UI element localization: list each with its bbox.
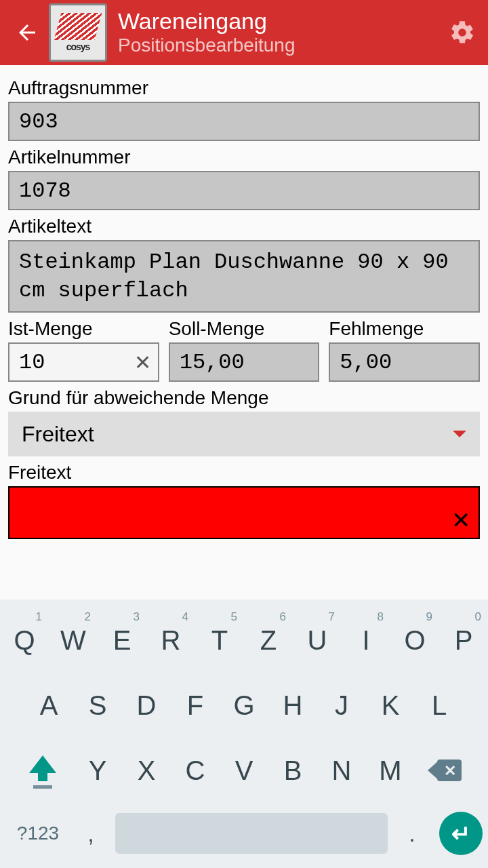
key-t[interactable]: T5	[195, 608, 244, 673]
grund-label: Grund für abweichende Menge	[8, 387, 480, 409]
gear-icon	[449, 19, 476, 46]
close-icon[interactable]: ✕	[451, 507, 470, 534]
key-e[interactable]: E3	[98, 608, 146, 673]
key-p[interactable]: P0	[439, 608, 488, 673]
key-l[interactable]: L	[415, 673, 464, 738]
freitext-label: Freitext	[8, 462, 480, 484]
soll-menge-value: 15,00	[180, 350, 245, 375]
shift-key[interactable]	[12, 738, 73, 803]
key-hint: 7	[329, 610, 335, 624]
form-content: Auftragsnummer 903 Artikelnummer 1078 Ar…	[0, 65, 488, 546]
keyboard-row-3: YXCVBNM ✕	[0, 738, 488, 803]
key-d[interactable]: D	[122, 673, 171, 738]
backspace-icon: ✕	[429, 758, 462, 783]
key-m[interactable]: M	[366, 738, 415, 803]
artikeltext-field[interactable]: Steinkamp Plan Duschwanne 90 x 90 cm sup…	[8, 240, 480, 313]
header-titles: Wareneingang Positionsbearbeitung	[118, 9, 447, 57]
ist-menge-value: 10	[19, 350, 45, 375]
key-n[interactable]: N	[317, 738, 366, 803]
logo-text: cosys	[66, 41, 90, 52]
key-g[interactable]: G	[220, 673, 268, 738]
key-y[interactable]: Y	[73, 738, 122, 803]
enter-icon: ↵	[451, 820, 470, 847]
fehlmenge-value: 5,00	[340, 350, 392, 375]
artikeltext-label: Artikeltext	[8, 216, 480, 237]
keyboard-row-4: ?123 , . ↵	[0, 803, 488, 868]
key-b[interactable]: B	[268, 738, 317, 803]
logo-stripes-icon	[54, 13, 102, 40]
key-h[interactable]: H	[268, 673, 317, 738]
keyboard-row-1: Q1W2E3R4T5Z6U7I8O9P0	[0, 608, 488, 673]
keyboard-row-2: ASDFGHJKL	[0, 673, 488, 738]
key-hint: 0	[475, 610, 481, 624]
grund-dropdown[interactable]: Freitext	[8, 412, 480, 456]
ist-menge-field[interactable]: 10 ✕	[8, 342, 159, 382]
artikelnummer-value: 1078	[19, 178, 71, 203]
page-subtitle: Positionsbearbeitung	[118, 34, 447, 57]
settings-button[interactable]	[447, 18, 477, 47]
key-q[interactable]: Q1	[0, 608, 49, 673]
key-hint: 1	[36, 610, 42, 624]
key-s[interactable]: S	[73, 673, 122, 738]
soft-keyboard: Q1W2E3R4T5Z6U7I8O9P0 ASDFGHJKL YXCVBNM ✕…	[0, 599, 488, 868]
auftragsnummer-value: 903	[19, 109, 58, 134]
auftragsnummer-field[interactable]: 903	[8, 102, 480, 141]
key-r[interactable]: R4	[146, 608, 195, 673]
key-hint: 6	[280, 610, 286, 624]
app-header: cosys Wareneingang Positionsbearbeitung	[0, 0, 488, 65]
key-j[interactable]: J	[317, 673, 366, 738]
key-hint: 8	[378, 610, 384, 624]
key-hint: 5	[231, 610, 237, 624]
key-w[interactable]: W2	[49, 608, 98, 673]
page-title: Wareneingang	[118, 9, 447, 34]
app-logo: cosys	[49, 3, 107, 62]
key-x[interactable]: X	[122, 738, 171, 803]
key-a[interactable]: A	[24, 673, 73, 738]
key-v[interactable]: V	[220, 738, 268, 803]
clear-icon[interactable]: ✕	[134, 351, 151, 374]
key-k[interactable]: K	[366, 673, 415, 738]
artikelnummer-field[interactable]: 1078	[8, 171, 480, 210]
grund-value: Freitext	[22, 422, 94, 447]
key-hint: 4	[182, 610, 188, 624]
space-key[interactable]	[115, 813, 388, 854]
key-hint: 9	[426, 610, 432, 624]
fehlmenge-field[interactable]: 5,00	[329, 342, 480, 382]
symbols-key[interactable]: ?123	[5, 823, 70, 844]
key-c[interactable]: C	[171, 738, 220, 803]
period-key[interactable]: .	[392, 821, 432, 847]
key-u[interactable]: U7	[293, 608, 342, 673]
comma-key[interactable]: ,	[70, 821, 111, 847]
key-z[interactable]: Z6	[244, 608, 293, 673]
arrow-left-icon	[15, 20, 39, 45]
soll-menge-field[interactable]: 15,00	[169, 342, 320, 382]
freitext-field[interactable]: ✕	[8, 486, 480, 539]
key-o[interactable]: O9	[390, 608, 439, 673]
artikeltext-value: Steinkamp Plan Duschwanne 90 x 90 cm sup…	[19, 250, 449, 303]
auftragsnummer-label: Auftragsnummer	[8, 77, 480, 99]
ist-menge-label: Ist-Menge	[8, 318, 159, 340]
key-f[interactable]: F	[171, 673, 220, 738]
soll-menge-label: Soll-Menge	[169, 318, 320, 340]
key-hint: 2	[85, 610, 91, 624]
artikelnummer-label: Artikelnummer	[8, 146, 480, 168]
enter-key[interactable]: ↵	[439, 812, 483, 855]
key-hint: 3	[134, 610, 140, 624]
chevron-down-icon	[453, 431, 466, 437]
shift-icon	[30, 758, 55, 783]
fehlmenge-label: Fehlmenge	[329, 318, 480, 340]
back-button[interactable]	[11, 16, 43, 49]
key-i[interactable]: I8	[342, 608, 390, 673]
backspace-key[interactable]: ✕	[415, 738, 476, 803]
